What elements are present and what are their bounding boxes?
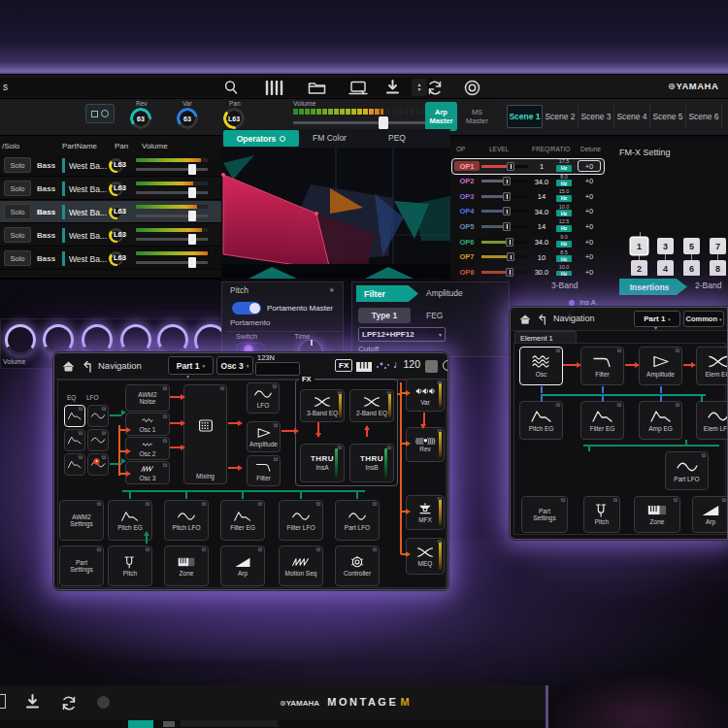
nav-box-part-lfo[interactable]: ⧉Part LFO: [335, 500, 380, 541]
thru-insa-box[interactable]: ⧉THRUInsA: [300, 444, 345, 482]
nav-box-awm2-settings[interactable]: ⧉AWM2Settings: [59, 500, 104, 541]
elem-box-pitch-eg[interactable]: ⧉Pitch EG: [519, 401, 563, 440]
volume-slider-track[interactable]: [136, 168, 208, 171]
pitch-panel-menu-icon[interactable]: ∗: [329, 286, 335, 294]
nav-box-zone[interactable]: ⧉Zone: [634, 496, 680, 533]
osc2-box[interactable]: ⧉Osc 2: [125, 437, 170, 460]
button-fragment[interactable]: [163, 721, 175, 727]
algorithm-operator-cell[interactable]: 7: [710, 238, 726, 254]
refresh-icon[interactable]: [424, 78, 446, 97]
scene-button[interactable]: Scene 1: [507, 105, 543, 128]
variation-box[interactable]: ⧉Var: [406, 379, 445, 412]
freq-value[interactable]: 34.0: [530, 178, 553, 186]
lfo-box[interactable]: ⧉: [87, 429, 109, 451]
nav-box-controller[interactable]: ⧉Controller: [335, 546, 380, 586]
download-icon[interactable]: [383, 79, 401, 96]
arp-master-button[interactable]: ArpMaster: [425, 102, 457, 131]
tab-operators[interactable]: Operators: [223, 130, 299, 147]
portamento-master-toggle[interactable]: [232, 302, 261, 314]
detune-value[interactable]: +0: [579, 237, 600, 247]
algorithm-operator-cell[interactable]: 8: [710, 260, 726, 277]
scene-button[interactable]: Scene 6: [686, 105, 722, 128]
lfo-box[interactable]: ⧉: [87, 405, 109, 427]
algorithm-operator-cell[interactable]: 4: [657, 260, 674, 277]
freq-value[interactable]: 14: [530, 222, 553, 231]
spinner-down-icon[interactable]: ▼: [417, 87, 422, 92]
search-icon[interactable]: [222, 79, 240, 96]
eq-box[interactable]: ⧉: [64, 429, 85, 451]
piano-bars-icon[interactable]: [263, 79, 284, 96]
algorithm-operator-cell[interactable]: 1: [631, 238, 647, 254]
ms-master-button[interactable]: MSMaster: [460, 102, 494, 131]
field-fragment[interactable]: [181, 720, 278, 727]
strip-knob[interactable]: [82, 324, 113, 355]
solo-button[interactable]: Solo: [4, 204, 31, 219]
part-name[interactable]: West Ba...: [69, 254, 107, 264]
amplitude-box[interactable]: ⧉Amplitude: [247, 421, 281, 452]
tab-2-band[interactable]: 2-Band: [695, 281, 721, 290]
mixer-row[interactable]: SoloBassWest Ba...L63: [0, 154, 221, 177]
elem-box-elem-eq[interactable]: ⧉Elem EQ: [696, 347, 728, 385]
level-slider-handle[interactable]: [503, 207, 511, 215]
volume-slider-track[interactable]: [136, 238, 208, 241]
level-slider-track[interactable]: [481, 165, 528, 168]
elem-box-amp-eg[interactable]: ⧉Amp EG: [639, 401, 682, 440]
reverb-box[interactable]: ⧉((((●))))Rev: [406, 427, 445, 462]
osc1-box[interactable]: ⧉Osc 1: [125, 413, 170, 436]
lfo-box[interactable]: ⧉LFO: [247, 382, 280, 414]
mixer-row[interactable]: SoloBassWest Ba...L63: [0, 224, 221, 247]
filter-box[interactable]: ⧉Filter: [247, 455, 281, 486]
operator-row[interactable]: OP434.010.0Hz+0: [452, 205, 604, 219]
algorithm-operator-cell[interactable]: 2: [631, 260, 647, 277]
level-slider-handle[interactable]: [507, 252, 514, 261]
solo-button[interactable]: Solo: [4, 227, 31, 243]
tab-insertions[interactable]: Insertions: [619, 279, 687, 295]
operator-row[interactable]: OP234.08.0Hz+0: [452, 175, 604, 189]
tab-feg[interactable]: FEG: [426, 312, 443, 320]
type-1-button[interactable]: Type 1: [358, 308, 411, 323]
part-name[interactable]: West Ba...: [69, 208, 107, 217]
volume-slider-track[interactable]: [136, 191, 208, 194]
scene-button[interactable]: Scene 2: [543, 105, 579, 128]
rev-knob[interactable]: 63: [130, 108, 151, 129]
master-fx-box[interactable]: ⧉MFX: [406, 495, 445, 530]
detune-value[interactable]: +0: [579, 161, 600, 171]
ins-a-label[interactable]: Ins A: [579, 299, 596, 307]
tab-peq[interactable]: PEQ: [388, 134, 406, 143]
operator-row[interactable]: OP634.09.0Hz+0: [452, 235, 604, 249]
volume-slider-track[interactable]: [136, 261, 208, 264]
level-slider-handle[interactable]: [503, 222, 511, 231]
awm2-noise-box[interactable]: ⧉AWM2Noise: [125, 384, 170, 412]
elem-box-filter-eg[interactable]: ⧉Filter EG: [580, 401, 624, 440]
nav-box-arp[interactable]: ⧉Arp: [692, 496, 728, 533]
scene-button[interactable]: Scene 4: [614, 105, 650, 128]
tab-amplitude[interactable]: Amplitude: [426, 289, 463, 298]
nav-box-part-settings[interactable]: ⧉PartSettings: [59, 546, 104, 586]
target-icon[interactable]: [462, 79, 481, 96]
nav-box-filter-lfo[interactable]: ⧉Filter LFO: [279, 500, 323, 541]
solo-button[interactable]: Solo: [4, 250, 31, 266]
detune-value[interactable]: +0: [579, 177, 600, 186]
3-band-eq-box[interactable]: ⧉3-Band EQ: [300, 389, 345, 422]
mixer-row[interactable]: SoloBassWest Ba...L63: [0, 248, 221, 270]
mixer-row[interactable]: SoloBassWest Ba...L63: [0, 178, 221, 200]
folder-icon[interactable]: [306, 79, 327, 96]
volume-slider-handle[interactable]: [188, 187, 196, 198]
level-slider-track[interactable]: [481, 271, 528, 274]
operator-row[interactable]: OP51412.5Hz+0: [452, 219, 604, 234]
part-lfo-box[interactable]: ⧉Part LFO: [665, 451, 709, 490]
volume-slider-handle[interactable]: [188, 257, 196, 268]
laptop-icon[interactable]: [347, 79, 370, 96]
nav-box-filter-eg[interactable]: ⧉Filter EG: [220, 500, 265, 541]
tab-filter[interactable]: Filter: [356, 285, 418, 302]
mixer-row[interactable]: SoloBassWest Ba...L63: [0, 201, 221, 223]
strip-knob[interactable]: [157, 324, 188, 355]
elem-box-osc[interactable]: ⧉Osc: [519, 347, 563, 385]
freq-value[interactable]: 14: [530, 192, 553, 201]
part-name[interactable]: West Ba...: [69, 161, 107, 171]
elem-box-amplitude[interactable]: ⧉Amplitude: [639, 347, 682, 385]
algorithm-operator-cell[interactable]: 6: [683, 260, 700, 277]
elem-box-filter[interactable]: ⧉Filter: [580, 347, 624, 385]
thru-insb-box[interactable]: ⧉THRUInsB: [349, 444, 394, 482]
operator-row[interactable]: OP31415.0Hz+0: [452, 189, 604, 204]
